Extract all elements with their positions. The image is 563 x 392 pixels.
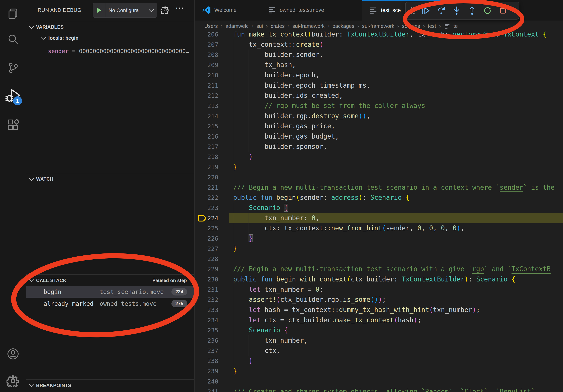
search-icon[interactable] <box>0 30 26 49</box>
breadcrumb-item[interactable]: packages <box>333 23 354 29</box>
line-number[interactable]: 219 <box>195 162 218 172</box>
breadcrumb-item[interactable]: sui-framework <box>362 23 394 29</box>
line-number[interactable]: 241 <box>195 386 218 392</box>
debug-continue-button[interactable] <box>418 3 434 18</box>
code-text: public fun begin(sender: address): Scena… <box>233 193 409 203</box>
line-number[interactable]: 239 <box>195 366 218 376</box>
code-text: txn_number: 0, <box>233 213 319 223</box>
line-number[interactable]: 222 <box>195 193 218 203</box>
section-call-stack[interactable]: CALL STACK Paused on step <box>26 274 194 286</box>
extensions-icon[interactable] <box>0 115 26 134</box>
chevron-down-icon <box>41 35 46 40</box>
line-number[interactable]: 213 <box>195 101 218 111</box>
line-number[interactable]: 234 <box>195 315 218 325</box>
line-number[interactable]: 221 <box>195 182 218 193</box>
outline-icon <box>444 23 450 29</box>
files-icon[interactable] <box>0 4 26 23</box>
more-actions-icon[interactable]: ⋯ <box>175 3 184 13</box>
code-line: 220 <box>195 172 563 182</box>
line-number[interactable]: 215 <box>195 121 218 131</box>
code-text: builder.sponsor, <box>233 142 327 152</box>
line-number[interactable]: 226 <box>195 233 218 244</box>
code-text: } <box>233 162 237 172</box>
variables-scope[interactable]: locals: begin <box>42 35 78 41</box>
breadcrumb-item[interactable]: test <box>428 23 436 29</box>
account-icon[interactable] <box>0 344 26 363</box>
breadcrumb: Users›adamwelc›sui›crates›sui-framework›… <box>195 21 563 32</box>
breadcrumb-item[interactable]: sources <box>402 23 420 29</box>
line-number[interactable]: 217 <box>195 142 218 152</box>
debug-step-over-button[interactable] <box>434 3 449 18</box>
code-text: Scenario { <box>233 325 288 335</box>
frame-name: already_marked <box>44 300 100 307</box>
debug-step-out-button[interactable] <box>464 3 480 18</box>
breadcrumb-item[interactable]: sui-framework <box>292 23 324 29</box>
code-line: 216 builder.gas_budget, <box>195 131 563 142</box>
launch-configuration-dropdown[interactable]: No Configura <box>93 3 157 18</box>
code-line: 235 Scenario { <box>195 325 563 335</box>
breadcrumb-item[interactable]: adamwelc <box>226 23 249 29</box>
line-number[interactable]: 228 <box>195 254 218 264</box>
line-number[interactable]: 208 <box>195 50 218 60</box>
line-number[interactable]: 216 <box>195 131 218 142</box>
breadcrumb-item[interactable]: Users <box>204 23 218 29</box>
code-text: txn_number, <box>233 335 308 346</box>
line-number[interactable]: 211 <box>195 80 218 91</box>
tab-label: test_sce <box>381 7 401 13</box>
code-line: 207 tx_context::create( <box>195 39 563 50</box>
line-number[interactable]: 227 <box>195 244 218 254</box>
line-number[interactable]: 223 <box>195 203 218 213</box>
line-number[interactable]: 210 <box>195 70 218 80</box>
code-text: builder.ids_created, <box>233 91 343 101</box>
code-line: 217 builder.sponsor, <box>195 142 563 152</box>
variable-row-sender[interactable]: sender = 0000000000000000000000000000000… <box>48 48 194 54</box>
code-text: builder.epoch, <box>233 70 319 80</box>
start-debugging-icon[interactable] <box>93 3 105 17</box>
settings-gear-icon[interactable] <box>0 371 26 390</box>
line-number[interactable]: 214 <box>195 111 218 121</box>
tab-welcome[interactable]: Welcome <box>195 0 261 20</box>
tab-owned-tests-move[interactable]: owned_tests.move <box>261 0 362 20</box>
line-number[interactable]: 230 <box>195 274 218 284</box>
code-line: 212 builder.ids_created, <box>195 91 563 101</box>
line-number[interactable]: 209 <box>195 60 218 70</box>
line-number[interactable]: 229 <box>195 264 218 274</box>
line-number[interactable]: 231 <box>195 284 218 295</box>
breadcrumb-item[interactable]: crates <box>271 23 285 29</box>
call-stack-frame[interactable]: already_markedowned_tests.move275 <box>26 298 194 310</box>
debug-step-into-button[interactable] <box>449 3 464 18</box>
line-number[interactable]: 236 <box>195 335 218 346</box>
line-number[interactable]: 233 <box>195 305 218 315</box>
code-editor[interactable]: 206fun make_tx_context(builder: TxContex… <box>195 0 563 392</box>
code-line: 233 let hash = tx_context::dummy_tx_hash… <box>195 305 563 315</box>
breadcrumb-separator: › <box>288 23 289 29</box>
code-text: Scenario { <box>233 203 288 213</box>
call-stack-frame[interactable]: begintest_scenario.move224 <box>26 286 194 298</box>
line-number[interactable]: 225 <box>195 223 218 233</box>
breadcrumb-item[interactable]: sui <box>256 23 263 29</box>
run-and-debug-icon[interactable]: 1 <box>0 86 26 105</box>
code-text: builder.gas_budget, <box>233 131 339 142</box>
line-number[interactable]: 238 <box>195 356 218 366</box>
section-variables[interactable]: VARIABLES <box>26 21 194 33</box>
debug-settings-gear-icon[interactable] <box>160 4 171 15</box>
debug-restart-button[interactable] <box>480 3 495 18</box>
breadcrumb-separator: › <box>252 23 253 29</box>
source-control-icon[interactable] <box>0 58 26 77</box>
section-breakpoints[interactable]: BREAKPOINTS <box>26 379 194 391</box>
debug-stop-button[interactable] <box>495 3 511 18</box>
line-number[interactable]: 235 <box>195 325 218 335</box>
breadcrumb-item[interactable]: te <box>454 23 458 29</box>
line-number[interactable]: 240 <box>195 376 218 386</box>
code-line: 208 builder.sender, <box>195 50 563 60</box>
line-number[interactable]: 220 <box>195 172 218 182</box>
code-line: 209 tx_hash, <box>195 60 563 70</box>
line-number[interactable]: 207 <box>195 39 218 50</box>
code-line: 219} <box>195 162 563 172</box>
line-number[interactable]: 237 <box>195 346 218 356</box>
section-watch[interactable]: WATCH <box>26 173 194 185</box>
line-number[interactable]: 218 <box>195 152 218 162</box>
line-number[interactable]: 232 <box>195 295 218 305</box>
drag-handle-icon[interactable] <box>407 3 418 18</box>
line-number[interactable]: 212 <box>195 91 218 101</box>
